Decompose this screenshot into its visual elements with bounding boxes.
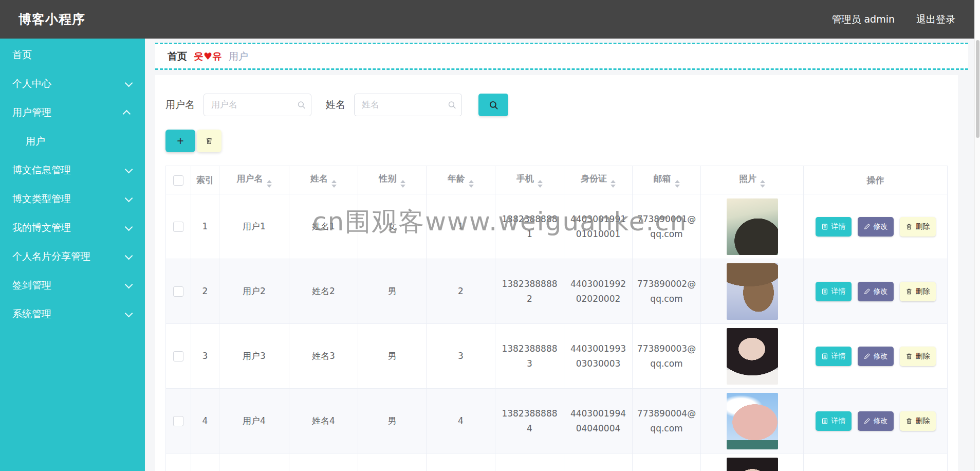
sort-caret-icon[interactable]: [331, 180, 337, 188]
search-button[interactable]: [478, 94, 508, 116]
cell-idcard: 440300199101010001: [564, 194, 633, 259]
username-input[interactable]: [204, 94, 311, 116]
chevron-down-icon: [125, 309, 133, 317]
detail-button[interactable]: 详情: [816, 217, 852, 237]
column-header-label: 性别: [379, 173, 397, 184]
name-input[interactable]: [354, 94, 462, 116]
row-checkbox[interactable]: [173, 222, 183, 232]
row-checkbox[interactable]: [173, 286, 183, 297]
sort-caret-icon[interactable]: [760, 180, 765, 188]
caret-down-icon: [400, 185, 405, 188]
cell-phone: 13823888882: [495, 259, 564, 324]
edit-button[interactable]: 修改: [858, 411, 894, 431]
edit-button-label: 修改: [874, 287, 888, 296]
column-header-photo[interactable]: 照片: [701, 166, 804, 194]
magnifier-icon: [448, 101, 456, 110]
sidebar-item-6[interactable]: 个人名片分享管理: [0, 242, 145, 271]
chevron-down-icon: [125, 223, 133, 231]
row-checkbox[interactable]: [173, 351, 183, 361]
table-header-row: 索引用户名姓名性别年龄手机身份证邮箱照片操作: [166, 166, 948, 194]
column-header-label: 身份证: [581, 173, 607, 184]
sidebar-item-8[interactable]: 系统管理: [0, 300, 145, 329]
row-select-cell: [166, 324, 191, 389]
sidebar-item-7[interactable]: 签到管理: [0, 271, 145, 300]
cell-username: 用户4: [219, 389, 289, 454]
breadcrumb-home[interactable]: 首页: [168, 50, 187, 63]
sort-caret-icon[interactable]: [675, 180, 680, 188]
caret-up-icon: [267, 180, 272, 183]
sort-caret-icon[interactable]: [267, 180, 272, 188]
sidebar-item-2[interactable]: 用户管理: [0, 98, 145, 127]
delete-row-button[interactable]: 删除: [900, 411, 936, 431]
header-right: 管理员 admin 退出登录: [831, 13, 955, 26]
sidebar-subitem-2-0[interactable]: 用户: [0, 127, 145, 156]
cell-actions: 详情修改删除: [804, 454, 948, 471]
sidebar-item-label: 博文信息管理: [12, 164, 71, 177]
select-all-checkbox[interactable]: [173, 175, 183, 186]
sidebar-item-0[interactable]: 首页: [0, 41, 145, 69]
cell-idcard: 440300199505050005: [564, 454, 633, 471]
edit-button[interactable]: 修改: [858, 347, 894, 366]
cell-gender: 女: [358, 194, 427, 259]
magnifier-icon: [489, 100, 498, 110]
column-header-idcard[interactable]: 身份证: [564, 166, 633, 194]
table-row-1: 1用户1姓名1女11382388888144030019910101000177…: [166, 194, 948, 259]
column-header-name[interactable]: 姓名: [289, 166, 358, 194]
scrollbar-thumb[interactable]: [976, 40, 979, 138]
sidebar-item-4[interactable]: 博文类型管理: [0, 185, 145, 213]
detail-button[interactable]: 详情: [816, 411, 852, 431]
scrollbar[interactable]: [974, 0, 980, 471]
cell-name: 姓名4: [289, 389, 358, 454]
delete-button-label: 删除: [916, 222, 930, 231]
cell-photo: [701, 454, 804, 471]
delete-button-label: 删除: [916, 287, 930, 296]
sidebar-item-label: 个人中心: [12, 77, 51, 90]
column-header-age[interactable]: 年龄: [427, 166, 495, 194]
delete-row-button[interactable]: 删除: [900, 282, 936, 301]
sort-caret-icon[interactable]: [611, 180, 616, 188]
cell-index: 5: [191, 454, 219, 471]
cell-actions: 详情修改删除: [804, 259, 948, 324]
column-header-username[interactable]: 用户名: [219, 166, 289, 194]
caret-down-icon: [267, 185, 272, 188]
row-checkbox[interactable]: [173, 416, 183, 426]
row-select-cell: [166, 389, 191, 454]
cell-username: 用户3: [219, 324, 289, 389]
cell-idcard: 440300199303030003: [564, 324, 633, 389]
detail-button[interactable]: 详情: [816, 347, 852, 366]
chevron-down-icon: [125, 194, 133, 202]
sidebar-item-5[interactable]: 我的博文管理: [0, 213, 145, 242]
row-select-cell: [166, 194, 191, 259]
sort-caret-icon[interactable]: [469, 180, 474, 188]
user-photo: [727, 458, 778, 471]
sidebar-item-label: 用户管理: [12, 106, 51, 119]
sort-caret-icon[interactable]: [538, 180, 543, 188]
main-content: 首页 웃♥유 用户 用户名 姓名: [145, 0, 980, 471]
logout-link[interactable]: 退出登录: [916, 13, 955, 26]
column-header-gender[interactable]: 性别: [358, 166, 427, 194]
cell-age: 5: [427, 454, 495, 471]
caret-up-icon: [331, 180, 337, 183]
sidebar-item-label: 签到管理: [12, 279, 51, 292]
sidebar-item-3[interactable]: 博文信息管理: [0, 156, 145, 185]
user-table-wrap: 索引用户名姓名性别年龄手机身份证邮箱照片操作 1用户1姓名1女113823888…: [165, 166, 948, 471]
sidebar: 首页个人中心用户管理用户博文信息管理博文类型管理我的博文管理个人名片分享管理签到…: [0, 39, 145, 471]
column-header-email[interactable]: 邮箱: [633, 166, 701, 194]
column-header-phone[interactable]: 手机: [495, 166, 564, 194]
cell-age: 2: [427, 259, 495, 324]
caret-down-icon: [675, 185, 680, 188]
edit-button[interactable]: 修改: [858, 217, 894, 237]
caret-down-icon: [469, 185, 474, 188]
search-form: 用户名 姓名: [165, 75, 948, 116]
detail-button[interactable]: 详情: [816, 282, 852, 301]
add-button[interactable]: +: [165, 130, 195, 152]
sidebar-item-1[interactable]: 个人中心: [0, 69, 145, 98]
delete-button[interactable]: [197, 130, 221, 152]
edit-button[interactable]: 修改: [858, 282, 894, 301]
delete-row-button[interactable]: 删除: [900, 347, 936, 366]
column-header-label: 操作: [867, 175, 884, 185]
cell-index: 3: [191, 324, 219, 389]
delete-row-button[interactable]: 删除: [900, 217, 936, 237]
sort-caret-icon[interactable]: [400, 180, 405, 188]
delete-button-label: 删除: [916, 352, 930, 361]
